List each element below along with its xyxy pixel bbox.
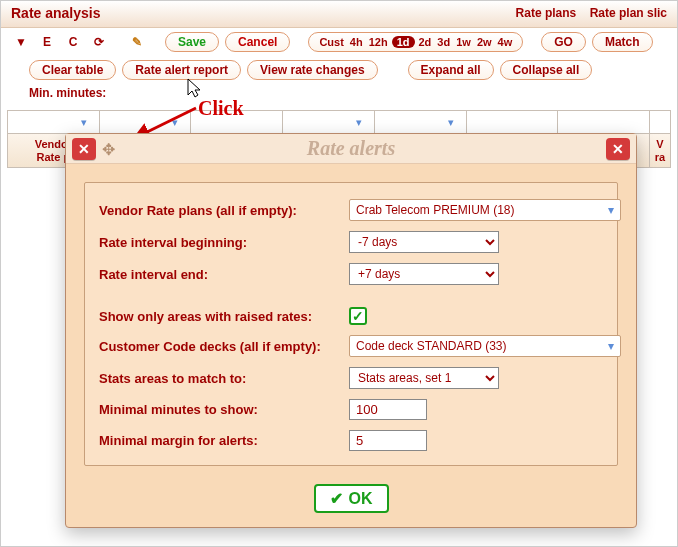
code-decks-value: Code deck STANDARD (33) bbox=[356, 339, 507, 353]
interval-end-select[interactable]: +7 days bbox=[349, 263, 499, 285]
time-1d[interactable]: 1d bbox=[392, 36, 415, 48]
annotation-click-label: Click bbox=[198, 97, 244, 120]
toolbar-primary: ▼ E C ⟳ ✎ Save Cancel Cust 4h 12h 1d 2d … bbox=[1, 28, 677, 56]
move-icon[interactable]: ✥ bbox=[102, 140, 115, 159]
dialog-close-right-button[interactable]: ✕ bbox=[606, 138, 630, 160]
ok-button[interactable]: ✔ OK bbox=[314, 484, 389, 513]
label-interval-end: Rate interval end: bbox=[99, 267, 349, 282]
filter-cell[interactable] bbox=[467, 111, 559, 133]
go-button[interactable]: GO bbox=[541, 32, 586, 52]
label-min-margin: Minimal margin for alerts: bbox=[99, 433, 349, 448]
dialog-panel: Vendor Rate plans (all if empty): Crab T… bbox=[84, 182, 618, 466]
link-rate-plan-slices[interactable]: Rate plan slic bbox=[590, 6, 667, 20]
chevron-down-icon: ▾ bbox=[172, 117, 186, 127]
filter-row: ▾ ▾ ▾ ▾ bbox=[8, 111, 670, 133]
min-margin-input[interactable] bbox=[349, 430, 427, 451]
chevron-down-icon: ▾ bbox=[81, 117, 95, 127]
filter-cell[interactable]: ▾ bbox=[375, 111, 467, 133]
filter-cell[interactable] bbox=[650, 111, 670, 133]
time-range-selector: Cust 4h 12h 1d 2d 3d 1w 2w 4w bbox=[308, 32, 523, 52]
time-2w[interactable]: 2w bbox=[475, 36, 494, 48]
link-rate-plans[interactable]: Rate plans bbox=[516, 6, 577, 20]
raised-only-checkbox[interactable]: ✓ bbox=[349, 307, 367, 325]
rate-alert-report-button[interactable]: Rate alert report bbox=[122, 60, 241, 80]
rate-alerts-dialog: ✕ ✥ Rate alerts ✕ Vendor Rate plans (all… bbox=[65, 133, 637, 528]
check-icon: ✔ bbox=[330, 489, 343, 508]
col-vra[interactable]: Vra bbox=[650, 133, 670, 167]
chevron-down-icon: ▾ bbox=[356, 117, 370, 127]
label-code-decks: Customer Code decks (all if empty): bbox=[99, 339, 349, 354]
dialog-titlebar[interactable]: ✕ ✥ Rate alerts ✕ bbox=[66, 134, 636, 164]
min-minutes-label: Min. minutes: bbox=[29, 86, 106, 100]
label-vendor-plans: Vendor Rate plans (all if empty): bbox=[99, 203, 349, 218]
filter-cell[interactable] bbox=[558, 111, 650, 133]
expand-all-button[interactable]: Expand all bbox=[408, 60, 494, 80]
time-4h[interactable]: 4h bbox=[348, 36, 365, 48]
filter-cell[interactable]: ▾ bbox=[8, 111, 100, 133]
toolbar-secondary: Clear table Rate alert report View rate … bbox=[1, 56, 677, 104]
chevron-down-icon: ▾ bbox=[448, 117, 462, 127]
chevron-down-icon: ▾ bbox=[608, 203, 614, 217]
ok-label: OK bbox=[349, 490, 373, 508]
letter-c-icon[interactable]: C bbox=[63, 32, 83, 52]
vendor-plans-combo[interactable]: Crab Telecom PREMIUM (18) ▾ bbox=[349, 199, 621, 221]
label-raised-only: Show only areas with raised rates: bbox=[99, 309, 349, 324]
time-2d[interactable]: 2d bbox=[417, 36, 434, 48]
match-button[interactable]: Match bbox=[592, 32, 653, 52]
label-interval-begin: Rate interval beginning: bbox=[99, 235, 349, 250]
min-minutes-input[interactable] bbox=[349, 399, 427, 420]
time-3d[interactable]: 3d bbox=[435, 36, 452, 48]
label-stats-areas: Stats areas to match to: bbox=[99, 371, 349, 386]
stats-areas-select[interactable]: Stats areas, set 1 bbox=[349, 367, 499, 389]
code-decks-combo[interactable]: Code deck STANDARD (33) ▾ bbox=[349, 335, 621, 357]
title-bar: Rate analysis Rate plans Rate plan slic bbox=[1, 1, 677, 28]
filter-cell[interactable]: ▾ bbox=[100, 111, 192, 133]
label-min-minutes: Minimal minutes to show: bbox=[99, 402, 349, 417]
page-title: Rate analysis bbox=[11, 5, 101, 21]
chevron-down-icon: ▾ bbox=[608, 339, 614, 353]
cancel-button[interactable]: Cancel bbox=[225, 32, 290, 52]
view-rate-changes-button[interactable]: View rate changes bbox=[247, 60, 378, 80]
clear-table-button[interactable]: Clear table bbox=[29, 60, 116, 80]
filter-cell[interactable]: ▾ bbox=[283, 111, 375, 133]
collapse-all-button[interactable]: Collapse all bbox=[500, 60, 593, 80]
interval-begin-select[interactable]: -7 days bbox=[349, 231, 499, 253]
funnel-icon[interactable]: ▼ bbox=[11, 32, 31, 52]
time-label: Cust bbox=[317, 36, 345, 48]
header-links: Rate plans Rate plan slic bbox=[506, 6, 667, 20]
vendor-plans-value: Crab Telecom PREMIUM (18) bbox=[356, 203, 514, 217]
save-button[interactable]: Save bbox=[165, 32, 219, 52]
refresh-icon[interactable]: ⟳ bbox=[89, 32, 109, 52]
time-4w[interactable]: 4w bbox=[496, 36, 515, 48]
pencil-icon[interactable]: ✎ bbox=[127, 32, 147, 52]
time-1w[interactable]: 1w bbox=[454, 36, 473, 48]
letter-e-icon[interactable]: E bbox=[37, 32, 57, 52]
dialog-title: Rate alerts bbox=[307, 137, 395, 160]
dialog-close-left-button[interactable]: ✕ bbox=[72, 138, 96, 160]
time-12h[interactable]: 12h bbox=[367, 36, 390, 48]
